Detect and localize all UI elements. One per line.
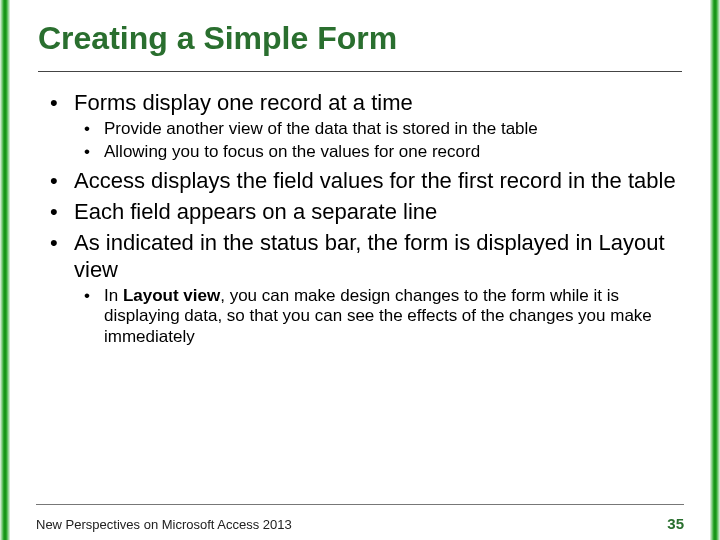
- bullet-2: Access displays the field values for the…: [44, 168, 682, 195]
- page-number: 35: [667, 515, 684, 532]
- bullet-1b-text: Allowing you to focus on the values for …: [104, 142, 480, 161]
- bullet-1a-text: Provide another view of the data that is…: [104, 119, 538, 138]
- title-rule: [38, 71, 682, 72]
- bullet-1a: Provide another view of the data that is…: [74, 119, 682, 140]
- bullet-3: Each field appears on a separate line: [44, 199, 682, 226]
- slide-content: Forms display one record at a time Provi…: [38, 90, 682, 348]
- slide-body: Creating a Simple Form Forms display one…: [10, 0, 710, 540]
- bullet-4: As indicated in the status bar, the form…: [44, 230, 682, 348]
- bullet-4-text: As indicated in the status bar, the form…: [74, 230, 665, 282]
- right-border: [710, 0, 720, 540]
- footer-rule: [36, 504, 684, 505]
- bullet-4a-bold: Layout view: [123, 286, 220, 305]
- footer: New Perspectives on Microsoft Access 201…: [10, 504, 710, 540]
- bullet-4a: In Layout view, you can make design chan…: [74, 286, 682, 348]
- bullet-3-text: Each field appears on a separate line: [74, 199, 437, 224]
- bullet-2-text: Access displays the field values for the…: [74, 168, 676, 193]
- slide-title: Creating a Simple Form: [38, 16, 682, 67]
- bullet-1-text: Forms display one record at a time: [74, 90, 413, 115]
- footer-text: New Perspectives on Microsoft Access 201…: [36, 517, 292, 532]
- left-border: [0, 0, 10, 540]
- bullet-4a-prefix: In: [104, 286, 123, 305]
- bullet-1b: Allowing you to focus on the values for …: [74, 142, 682, 163]
- bullet-1: Forms display one record at a time Provi…: [44, 90, 682, 162]
